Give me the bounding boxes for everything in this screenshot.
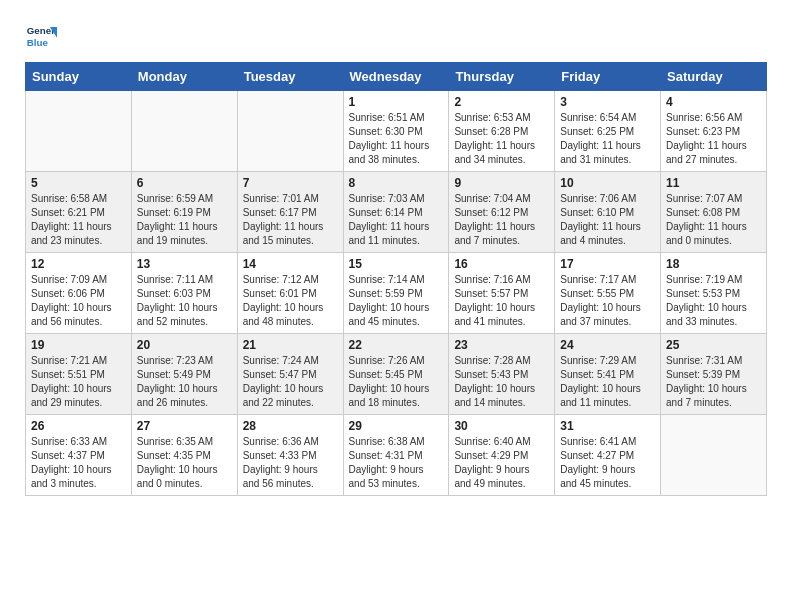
day-number: 9	[454, 176, 549, 190]
calendar-cell: 7Sunrise: 7:01 AM Sunset: 6:17 PM Daylig…	[237, 172, 343, 253]
day-number: 25	[666, 338, 761, 352]
day-number: 7	[243, 176, 338, 190]
day-info: Sunrise: 6:59 AM Sunset: 6:19 PM Dayligh…	[137, 192, 232, 248]
day-info: Sunrise: 7:31 AM Sunset: 5:39 PM Dayligh…	[666, 354, 761, 410]
day-number: 6	[137, 176, 232, 190]
calendar-cell: 24Sunrise: 7:29 AM Sunset: 5:41 PM Dayli…	[555, 334, 661, 415]
day-info: Sunrise: 6:54 AM Sunset: 6:25 PM Dayligh…	[560, 111, 655, 167]
day-info: Sunrise: 7:14 AM Sunset: 5:59 PM Dayligh…	[349, 273, 444, 329]
weekday-header-monday: Monday	[131, 63, 237, 91]
day-info: Sunrise: 7:06 AM Sunset: 6:10 PM Dayligh…	[560, 192, 655, 248]
day-number: 1	[349, 95, 444, 109]
calendar-cell: 20Sunrise: 7:23 AM Sunset: 5:49 PM Dayli…	[131, 334, 237, 415]
calendar-cell: 1Sunrise: 6:51 AM Sunset: 6:30 PM Daylig…	[343, 91, 449, 172]
calendar-cell: 29Sunrise: 6:38 AM Sunset: 4:31 PM Dayli…	[343, 415, 449, 496]
day-number: 17	[560, 257, 655, 271]
calendar-week-row: 26Sunrise: 6:33 AM Sunset: 4:37 PM Dayli…	[26, 415, 767, 496]
day-info: Sunrise: 7:23 AM Sunset: 5:49 PM Dayligh…	[137, 354, 232, 410]
day-number: 4	[666, 95, 761, 109]
calendar-cell: 8Sunrise: 7:03 AM Sunset: 6:14 PM Daylig…	[343, 172, 449, 253]
calendar-cell: 16Sunrise: 7:16 AM Sunset: 5:57 PM Dayli…	[449, 253, 555, 334]
day-info: Sunrise: 7:09 AM Sunset: 6:06 PM Dayligh…	[31, 273, 126, 329]
day-info: Sunrise: 6:33 AM Sunset: 4:37 PM Dayligh…	[31, 435, 126, 491]
calendar-cell: 17Sunrise: 7:17 AM Sunset: 5:55 PM Dayli…	[555, 253, 661, 334]
day-info: Sunrise: 7:07 AM Sunset: 6:08 PM Dayligh…	[666, 192, 761, 248]
weekday-header-wednesday: Wednesday	[343, 63, 449, 91]
calendar-cell: 13Sunrise: 7:11 AM Sunset: 6:03 PM Dayli…	[131, 253, 237, 334]
calendar-cell: 11Sunrise: 7:07 AM Sunset: 6:08 PM Dayli…	[661, 172, 767, 253]
day-info: Sunrise: 6:36 AM Sunset: 4:33 PM Dayligh…	[243, 435, 338, 491]
day-info: Sunrise: 7:03 AM Sunset: 6:14 PM Dayligh…	[349, 192, 444, 248]
calendar-cell: 30Sunrise: 6:40 AM Sunset: 4:29 PM Dayli…	[449, 415, 555, 496]
calendar-week-row: 12Sunrise: 7:09 AM Sunset: 6:06 PM Dayli…	[26, 253, 767, 334]
day-info: Sunrise: 6:40 AM Sunset: 4:29 PM Dayligh…	[454, 435, 549, 491]
calendar-cell: 26Sunrise: 6:33 AM Sunset: 4:37 PM Dayli…	[26, 415, 132, 496]
calendar-cell: 27Sunrise: 6:35 AM Sunset: 4:35 PM Dayli…	[131, 415, 237, 496]
day-number: 18	[666, 257, 761, 271]
day-number: 23	[454, 338, 549, 352]
day-number: 12	[31, 257, 126, 271]
day-number: 16	[454, 257, 549, 271]
page-header: General Blue	[25, 20, 767, 52]
calendar-cell: 19Sunrise: 7:21 AM Sunset: 5:51 PM Dayli…	[26, 334, 132, 415]
day-info: Sunrise: 7:16 AM Sunset: 5:57 PM Dayligh…	[454, 273, 549, 329]
weekday-header-saturday: Saturday	[661, 63, 767, 91]
calendar-cell: 25Sunrise: 7:31 AM Sunset: 5:39 PM Dayli…	[661, 334, 767, 415]
day-number: 3	[560, 95, 655, 109]
calendar-cell: 23Sunrise: 7:28 AM Sunset: 5:43 PM Dayli…	[449, 334, 555, 415]
weekday-header-tuesday: Tuesday	[237, 63, 343, 91]
day-info: Sunrise: 6:51 AM Sunset: 6:30 PM Dayligh…	[349, 111, 444, 167]
day-number: 21	[243, 338, 338, 352]
day-number: 11	[666, 176, 761, 190]
calendar-cell	[26, 91, 132, 172]
calendar-cell: 2Sunrise: 6:53 AM Sunset: 6:28 PM Daylig…	[449, 91, 555, 172]
calendar-week-row: 5Sunrise: 6:58 AM Sunset: 6:21 PM Daylig…	[26, 172, 767, 253]
day-number: 20	[137, 338, 232, 352]
calendar-cell: 12Sunrise: 7:09 AM Sunset: 6:06 PM Dayli…	[26, 253, 132, 334]
day-number: 19	[31, 338, 126, 352]
day-info: Sunrise: 7:29 AM Sunset: 5:41 PM Dayligh…	[560, 354, 655, 410]
day-number: 14	[243, 257, 338, 271]
calendar-cell	[661, 415, 767, 496]
weekday-header-friday: Friday	[555, 63, 661, 91]
calendar-cell: 14Sunrise: 7:12 AM Sunset: 6:01 PM Dayli…	[237, 253, 343, 334]
calendar-cell: 10Sunrise: 7:06 AM Sunset: 6:10 PM Dayli…	[555, 172, 661, 253]
day-info: Sunrise: 6:38 AM Sunset: 4:31 PM Dayligh…	[349, 435, 444, 491]
weekday-header-sunday: Sunday	[26, 63, 132, 91]
day-info: Sunrise: 7:12 AM Sunset: 6:01 PM Dayligh…	[243, 273, 338, 329]
calendar-cell: 6Sunrise: 6:59 AM Sunset: 6:19 PM Daylig…	[131, 172, 237, 253]
calendar-cell: 15Sunrise: 7:14 AM Sunset: 5:59 PM Dayli…	[343, 253, 449, 334]
day-info: Sunrise: 6:35 AM Sunset: 4:35 PM Dayligh…	[137, 435, 232, 491]
day-number: 22	[349, 338, 444, 352]
day-number: 29	[349, 419, 444, 433]
day-number: 8	[349, 176, 444, 190]
day-number: 13	[137, 257, 232, 271]
calendar-cell: 9Sunrise: 7:04 AM Sunset: 6:12 PM Daylig…	[449, 172, 555, 253]
calendar-cell: 28Sunrise: 6:36 AM Sunset: 4:33 PM Dayli…	[237, 415, 343, 496]
day-number: 10	[560, 176, 655, 190]
day-number: 30	[454, 419, 549, 433]
calendar-table: SundayMondayTuesdayWednesdayThursdayFrid…	[25, 62, 767, 496]
day-number: 24	[560, 338, 655, 352]
day-info: Sunrise: 7:11 AM Sunset: 6:03 PM Dayligh…	[137, 273, 232, 329]
logo: General Blue	[25, 20, 61, 52]
day-info: Sunrise: 6:53 AM Sunset: 6:28 PM Dayligh…	[454, 111, 549, 167]
day-info: Sunrise: 7:04 AM Sunset: 6:12 PM Dayligh…	[454, 192, 549, 248]
day-info: Sunrise: 6:58 AM Sunset: 6:21 PM Dayligh…	[31, 192, 126, 248]
day-info: Sunrise: 7:01 AM Sunset: 6:17 PM Dayligh…	[243, 192, 338, 248]
calendar-cell: 22Sunrise: 7:26 AM Sunset: 5:45 PM Dayli…	[343, 334, 449, 415]
calendar-cell: 31Sunrise: 6:41 AM Sunset: 4:27 PM Dayli…	[555, 415, 661, 496]
calendar-cell: 5Sunrise: 6:58 AM Sunset: 6:21 PM Daylig…	[26, 172, 132, 253]
day-info: Sunrise: 7:21 AM Sunset: 5:51 PM Dayligh…	[31, 354, 126, 410]
svg-text:Blue: Blue	[27, 37, 49, 48]
logo-icon: General Blue	[25, 20, 57, 52]
day-number: 28	[243, 419, 338, 433]
day-info: Sunrise: 6:41 AM Sunset: 4:27 PM Dayligh…	[560, 435, 655, 491]
day-info: Sunrise: 7:28 AM Sunset: 5:43 PM Dayligh…	[454, 354, 549, 410]
calendar-cell	[237, 91, 343, 172]
day-number: 5	[31, 176, 126, 190]
day-info: Sunrise: 7:17 AM Sunset: 5:55 PM Dayligh…	[560, 273, 655, 329]
day-info: Sunrise: 7:26 AM Sunset: 5:45 PM Dayligh…	[349, 354, 444, 410]
day-info: Sunrise: 7:19 AM Sunset: 5:53 PM Dayligh…	[666, 273, 761, 329]
day-number: 27	[137, 419, 232, 433]
